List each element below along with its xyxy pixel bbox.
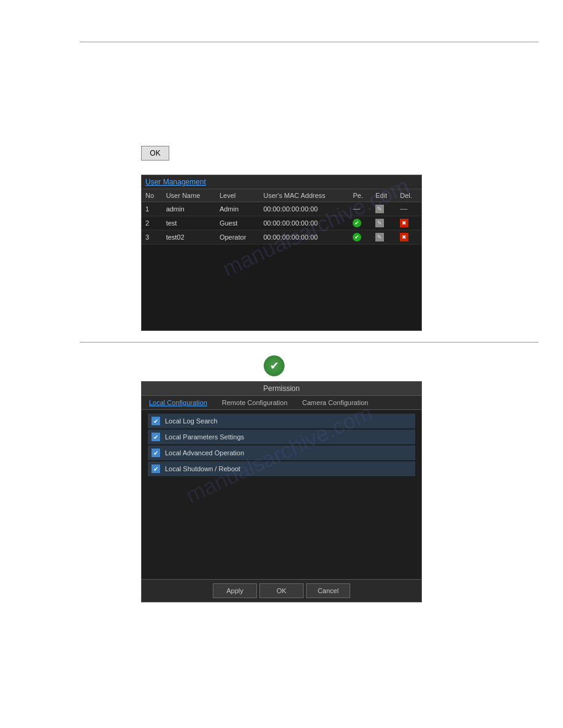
checkbox-advanced-op[interactable]: ✔ bbox=[151, 449, 160, 457]
table-empty-area bbox=[142, 245, 421, 330]
permission-footer: Apply OK Cancel bbox=[142, 579, 421, 602]
perm-item-params-settings[interactable]: ✔ Local Parameters Settings bbox=[148, 430, 415, 444]
cell-mac: 00:00:00:00:00:00 bbox=[259, 230, 349, 245]
perm-green-icon[interactable]: ✔ bbox=[353, 219, 361, 227]
cell-perm: — bbox=[349, 202, 372, 216]
col-del: Del. bbox=[396, 189, 421, 202]
label-shutdown-reboot: Local Shutdown / Reboot bbox=[165, 465, 240, 472]
apply-button[interactable]: Apply bbox=[213, 583, 257, 598]
del-dash-icon: — bbox=[400, 205, 407, 213]
cell-edit[interactable]: ✎ bbox=[372, 216, 396, 230]
permission-tabs: Local Configuration Remote Configuration… bbox=[142, 396, 421, 410]
cell-no: 2 bbox=[142, 216, 163, 230]
user-table: No User Name Level User's MAC Address Pe… bbox=[142, 189, 421, 245]
cell-perm[interactable]: ✔ bbox=[349, 216, 372, 230]
page-container: OK User Management No User Name Level Us… bbox=[0, 0, 563, 728]
cell-username: test02 bbox=[163, 230, 216, 245]
delete-icon[interactable]: ✖ bbox=[400, 233, 408, 241]
edit-icon[interactable]: ✎ bbox=[375, 219, 384, 227]
col-no: No bbox=[142, 189, 163, 202]
top-divider bbox=[80, 42, 538, 42]
checkbox-log-search[interactable]: ✔ bbox=[151, 417, 160, 425]
mid-divider bbox=[80, 342, 538, 343]
cell-mac: 00:00:00:00:00:00 bbox=[259, 216, 349, 230]
tab-remote-configuration[interactable]: Remote Configuration bbox=[215, 396, 295, 409]
permission-content: ✔ Local Log Search ✔ Local Parameters Se… bbox=[142, 410, 421, 481]
table-row: 1 admin Admin 00:00:00:00:00:00 — ✎ — bbox=[142, 202, 421, 216]
cell-del[interactable]: ✖ bbox=[396, 230, 421, 245]
col-edit: Edit bbox=[372, 189, 396, 202]
permission-empty-area bbox=[142, 481, 421, 579]
edit-icon[interactable]: ✎ bbox=[375, 205, 384, 213]
label-log-search: Local Log Search bbox=[165, 417, 218, 425]
cell-del[interactable]: ✖ bbox=[396, 216, 421, 230]
cell-username: test bbox=[163, 216, 216, 230]
checkbox-shutdown-reboot[interactable]: ✔ bbox=[151, 464, 160, 473]
permission-dialog: Permission Local Configuration Remote Co… bbox=[141, 381, 422, 602]
delete-icon[interactable]: ✖ bbox=[400, 219, 408, 227]
cell-mac: 00:00:00:00:00:00 bbox=[259, 202, 349, 216]
col-perm: Pe. bbox=[349, 189, 372, 202]
cell-level: Guest bbox=[216, 216, 260, 230]
perm-green-icon[interactable]: ✔ bbox=[353, 233, 361, 241]
perm-dash-icon: — bbox=[353, 205, 360, 213]
cell-edit[interactable]: ✎ bbox=[372, 202, 396, 216]
table-row: 2 test Guest 00:00:00:00:00:00 ✔ ✎ ✖ bbox=[142, 216, 421, 230]
col-level: Level bbox=[216, 189, 260, 202]
perm-item-advanced-op[interactable]: ✔ Local Advanced Operation bbox=[148, 446, 415, 460]
table-header-row: No User Name Level User's MAC Address Pe… bbox=[142, 189, 421, 202]
label-advanced-op: Local Advanced Operation bbox=[165, 449, 244, 457]
edit-icon[interactable]: ✎ bbox=[375, 233, 384, 241]
perm-item-log-search[interactable]: ✔ Local Log Search bbox=[148, 414, 415, 428]
cell-del: — bbox=[396, 202, 421, 216]
label-params-settings: Local Parameters Settings bbox=[165, 433, 244, 441]
col-mac: User's MAC Address bbox=[259, 189, 349, 202]
ok-button[interactable]: OK bbox=[259, 583, 304, 598]
cell-edit[interactable]: ✎ bbox=[372, 230, 396, 245]
cell-level: Admin bbox=[216, 202, 260, 216]
permission-title: Permission bbox=[142, 382, 421, 396]
col-username: User Name bbox=[163, 189, 216, 202]
cell-perm[interactable]: ✔ bbox=[349, 230, 372, 245]
cancel-button[interactable]: Cancel bbox=[306, 583, 350, 598]
tab-local-configuration[interactable]: Local Configuration bbox=[142, 396, 215, 409]
checkbox-params-settings[interactable]: ✔ bbox=[151, 433, 160, 441]
table-row: 3 test02 Operator 00:00:00:00:00:00 ✔ ✎ … bbox=[142, 230, 421, 245]
cell-level: Operator bbox=[216, 230, 260, 245]
cell-username: admin bbox=[163, 202, 216, 216]
user-management-panel: User Management No User Name Level User'… bbox=[141, 175, 422, 331]
cell-no: 3 bbox=[142, 230, 163, 245]
checkmark-icon: ✔ bbox=[264, 355, 285, 376]
ok-button-top[interactable]: OK bbox=[141, 146, 169, 161]
cell-no: 1 bbox=[142, 202, 163, 216]
user-management-title: User Management bbox=[142, 175, 421, 189]
perm-item-shutdown-reboot[interactable]: ✔ Local Shutdown / Reboot bbox=[148, 461, 415, 476]
tab-camera-configuration[interactable]: Camera Configuration bbox=[295, 396, 376, 409]
